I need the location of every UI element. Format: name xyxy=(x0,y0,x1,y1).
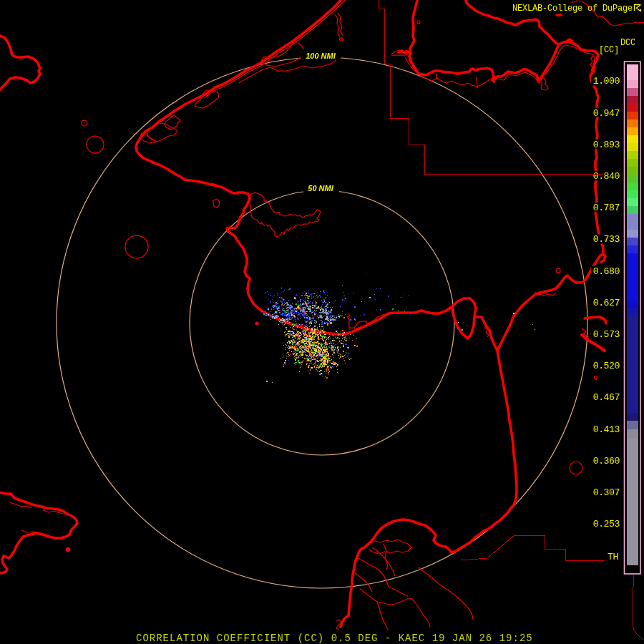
svg-text:0.733: 0.733 xyxy=(593,234,620,245)
svg-text:0.413: 0.413 xyxy=(593,424,620,435)
svg-text:TH: TH xyxy=(608,552,618,562)
svg-text:CORRELATION COEFFICIENT (CC) 0: CORRELATION COEFFICIENT (CC) 0.5 DEG - K… xyxy=(136,633,533,644)
svg-text:0.680: 0.680 xyxy=(593,266,620,277)
svg-text:50 NMI: 50 NMI xyxy=(308,184,333,192)
svg-text:0.253: 0.253 xyxy=(593,519,620,530)
svg-text:1.000: 1.000 xyxy=(593,76,620,87)
svg-text:0.840: 0.840 xyxy=(593,171,620,182)
svg-text:[CC]: [CC] xyxy=(599,45,619,55)
svg-text:NEXLAB-College of DuPage: NEXLAB-College of DuPage xyxy=(512,4,633,14)
svg-text:0.467: 0.467 xyxy=(593,392,620,403)
svg-text:0.627: 0.627 xyxy=(593,298,620,308)
svg-text:0.307: 0.307 xyxy=(593,487,620,498)
svg-text:0.787: 0.787 xyxy=(593,203,620,213)
svg-text:100 NMI: 100 NMI xyxy=(306,52,336,60)
svg-text:DCC: DCC xyxy=(620,38,635,48)
svg-text:0.573: 0.573 xyxy=(593,329,620,340)
svg-text:0.947: 0.947 xyxy=(593,108,620,119)
svg-text:0.360: 0.360 xyxy=(593,456,620,467)
svg-text:0.893: 0.893 xyxy=(593,140,620,150)
svg-text:0.520: 0.520 xyxy=(593,361,620,371)
